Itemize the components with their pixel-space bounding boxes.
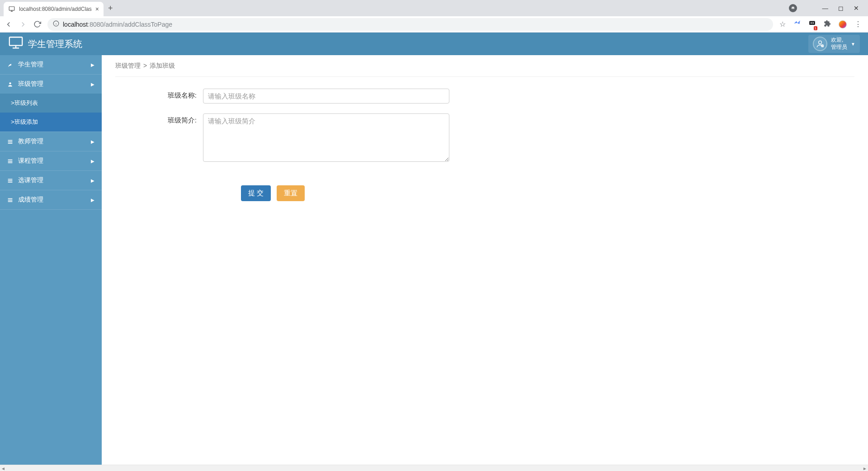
svg-point-9 (811, 22, 812, 24)
svg-rect-17 (8, 140, 13, 141)
svg-rect-0 (9, 7, 14, 10)
forward-icon[interactable] (19, 20, 27, 28)
sidebar-label: 班级管理 (18, 80, 43, 88)
app-header: 学生管理系统 欢迎, 管理员 ▼ (0, 33, 868, 55)
chevron-right-icon: ▶ (91, 198, 94, 203)
tab-bar: localhost:8080/admin/addClas × + — ◻ ✕ (0, 0, 868, 16)
svg-rect-25 (8, 182, 13, 183)
form-actions: 提 交 重置 (153, 185, 854, 201)
tab-title: localhost:8080/admin/addClas (19, 6, 92, 12)
new-tab-button[interactable]: + (104, 4, 118, 13)
sidebar-item-elective[interactable]: 选课管理 ▶ (0, 170, 102, 190)
close-icon[interactable]: × (95, 5, 99, 13)
svg-rect-19 (8, 143, 13, 144)
class-name-label: 班级名称: (153, 89, 203, 104)
layout: 学生管理 ▶ 班级管理 ▶ >班级列表 >班级添加 教师管理 ▶ 课程管理 ▶ … (0, 55, 868, 471)
chevron-right-icon: ▶ (91, 62, 94, 67)
svg-rect-24 (8, 180, 13, 181)
sidebar: 学生管理 ▶ 班级管理 ▶ >班级列表 >班级添加 教师管理 ▶ 课程管理 ▶ … (0, 55, 102, 471)
svg-point-14 (819, 41, 822, 44)
bookmark-icon[interactable]: ☆ (779, 20, 786, 28)
breadcrumb-current: 添加班级 (150, 62, 175, 70)
sidebar-label: 学生管理 (18, 61, 43, 69)
browser-tab[interactable]: localhost:8080/admin/addClas × (4, 2, 104, 16)
minimize-icon[interactable]: — (822, 5, 829, 12)
breadcrumb-separator: > (143, 62, 147, 70)
chevron-right-icon: ▶ (91, 139, 94, 144)
svg-point-4 (793, 8, 794, 9)
list-icon (7, 197, 14, 203)
reset-button[interactable]: 重置 (277, 185, 305, 201)
user-welcome-text: 欢迎, 管理员 (831, 37, 847, 51)
breadcrumb-parent[interactable]: 班级管理 (115, 62, 141, 70)
scroll-left-icon[interactable]: ◄ (1, 466, 5, 471)
svg-rect-21 (8, 160, 13, 161)
main-content: 班级管理 > 添加班级 班级名称: 班级简介: 提 交 重置 (102, 55, 868, 471)
svg-point-16 (9, 82, 11, 84)
browser-menu-icon[interactable]: ⋮ (854, 20, 862, 28)
sidebar-item-course[interactable]: 课程管理 ▶ (0, 151, 102, 170)
list-icon (7, 178, 14, 184)
svg-rect-23 (8, 179, 13, 179)
extension-icons: ☆ 1 ⋮ (779, 19, 863, 29)
profile-avatar-icon[interactable] (839, 20, 847, 28)
sidebar-item-class[interactable]: 班级管理 ▶ (0, 74, 102, 94)
chevron-right-icon: ▶ (91, 159, 94, 164)
address-bar[interactable]: localhost:8080/admin/addClassToPage (47, 18, 773, 31)
url-text: localhost:8080/admin/addClassToPage (63, 21, 172, 28)
caret-down-icon: ▼ (851, 42, 855, 47)
incognito-icon (789, 4, 797, 12)
form-row-class-name: 班级名称: (153, 89, 854, 104)
svg-rect-22 (8, 162, 13, 163)
navigation-bar: localhost:8080/admin/addClassToPage ☆ 1 … (0, 16, 868, 33)
sidebar-subitem-class-list[interactable]: >班级列表 (0, 94, 102, 113)
sidebar-label: 教师管理 (18, 137, 43, 146)
monitor-icon (8, 5, 15, 13)
sidebar-label: 课程管理 (18, 157, 43, 165)
svg-rect-26 (8, 198, 13, 199)
back-icon[interactable] (5, 20, 13, 28)
sidebar-submenu: >班级列表 >班级添加 (0, 94, 102, 132)
class-desc-label: 班级简介: (153, 113, 203, 162)
horizontal-scrollbar[interactable]: ◄ ► (0, 465, 868, 471)
extension-thunder-icon[interactable] (793, 20, 801, 29)
class-desc-textarea[interactable] (203, 113, 449, 162)
class-name-input[interactable] (203, 89, 449, 104)
svg-rect-20 (8, 159, 13, 160)
form-row-class-desc: 班级简介: (153, 113, 854, 162)
svg-rect-18 (8, 141, 13, 142)
app-logo-icon (8, 35, 24, 52)
svg-rect-27 (8, 199, 13, 200)
sidebar-label: 成绩管理 (18, 196, 43, 204)
svg-rect-28 (8, 201, 13, 202)
scroll-right-icon[interactable]: ► (863, 466, 867, 471)
maximize-icon[interactable]: ◻ (838, 5, 844, 12)
svg-rect-11 (9, 37, 22, 45)
svg-point-10 (812, 22, 814, 24)
breadcrumb: 班级管理 > 添加班级 (115, 62, 854, 77)
list-icon (7, 139, 14, 145)
sidebar-item-student[interactable]: 学生管理 ▶ (0, 55, 102, 74)
form: 班级名称: 班级简介: 提 交 重置 (115, 77, 854, 201)
leaf-icon (7, 62, 14, 68)
user-icon (7, 81, 14, 87)
chevron-right-icon: ▶ (91, 82, 94, 87)
browser-chrome: localhost:8080/admin/addClas × + — ◻ ✕ l… (0, 0, 868, 33)
submit-button[interactable]: 提 交 (241, 185, 271, 201)
user-avatar-icon (813, 37, 827, 51)
sidebar-label: 选课管理 (18, 176, 43, 184)
window-controls: — ◻ ✕ (789, 4, 868, 12)
sidebar-item-grade[interactable]: 成绩管理 ▶ (0, 190, 102, 210)
user-menu[interactable]: 欢迎, 管理员 ▼ (808, 35, 860, 53)
reload-icon[interactable] (33, 20, 41, 28)
svg-rect-8 (809, 21, 815, 25)
site-info-icon[interactable] (53, 20, 59, 28)
sidebar-subitem-class-add[interactable]: >班级添加 (0, 113, 102, 132)
window-close-icon[interactable]: ✕ (854, 5, 859, 12)
extensions-icon[interactable] (824, 20, 831, 29)
app-title: 学生管理系统 (28, 38, 82, 50)
sidebar-item-teacher[interactable]: 教师管理 ▶ (0, 132, 102, 151)
extension-notify-icon[interactable]: 1 (808, 19, 816, 29)
svg-point-3 (792, 8, 793, 9)
list-icon (7, 158, 14, 164)
